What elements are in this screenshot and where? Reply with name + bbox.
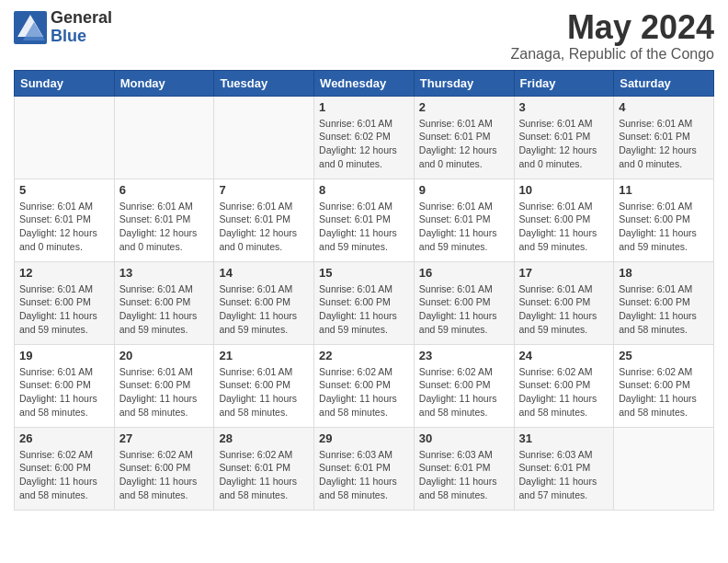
calendar-cell: 8Sunrise: 6:01 AM Sunset: 6:01 PM Daylig… [314,178,415,261]
calendar-cell: 29Sunrise: 6:03 AM Sunset: 6:01 PM Dayli… [314,427,415,510]
calendar-cell: 5Sunrise: 6:01 AM Sunset: 6:01 PM Daylig… [15,178,115,261]
day-info: Sunrise: 6:01 AM Sunset: 6:00 PM Dayligh… [219,365,309,419]
header-saturday: Saturday [614,70,714,96]
header-sunday: Sunday [15,70,115,96]
week-row-4: 19Sunrise: 6:01 AM Sunset: 6:00 PM Dayli… [15,344,714,427]
day-number: 1 [319,100,409,114]
day-number: 20 [119,349,210,362]
day-info: Sunrise: 6:02 AM Sunset: 6:00 PM Dayligh… [519,365,609,419]
day-number: 16 [419,266,509,280]
day-info: Sunrise: 6:01 AM Sunset: 6:01 PM Dayligh… [219,200,309,254]
day-info: Sunrise: 6:02 AM Sunset: 6:00 PM Dayligh… [119,448,210,502]
calendar-cell: 3Sunrise: 6:01 AM Sunset: 6:01 PM Daylig… [514,96,614,178]
logo: General Blue [14,9,112,46]
calendar-cell [15,96,115,178]
header-tuesday: Tuesday [214,70,314,96]
day-info: Sunrise: 6:03 AM Sunset: 6:01 PM Dayligh… [519,448,609,502]
week-row-5: 26Sunrise: 6:02 AM Sunset: 6:00 PM Dayli… [15,427,714,510]
day-number: 30 [419,431,509,445]
calendar-cell: 10Sunrise: 6:01 AM Sunset: 6:00 PM Dayli… [514,178,614,261]
logo-general: General [51,9,112,28]
day-info: Sunrise: 6:01 AM Sunset: 6:01 PM Dayligh… [319,200,409,254]
calendar-cell: 6Sunrise: 6:01 AM Sunset: 6:01 PM Daylig… [114,178,214,261]
day-number: 21 [219,349,309,362]
calendar-cell: 2Sunrise: 6:01 AM Sunset: 6:01 PM Daylig… [414,96,514,178]
days-header-row: SundayMondayTuesdayWednesdayThursdayFrid… [15,70,714,96]
day-info: Sunrise: 6:01 AM Sunset: 6:00 PM Dayligh… [119,365,210,419]
day-number: 25 [619,349,709,362]
day-number: 29 [319,431,409,445]
day-number: 10 [519,183,609,197]
day-number: 11 [619,183,709,197]
calendar-cell [614,427,714,510]
day-number: 4 [619,100,709,114]
day-info: Sunrise: 6:01 AM Sunset: 6:00 PM Dayligh… [119,282,210,337]
calendar-cell: 30Sunrise: 6:03 AM Sunset: 6:01 PM Dayli… [414,427,514,510]
calendar-cell [214,96,314,178]
day-number: 28 [219,431,309,445]
week-row-1: 1Sunrise: 6:01 AM Sunset: 6:02 PM Daylig… [15,96,714,178]
day-info: Sunrise: 6:01 AM Sunset: 6:00 PM Dayligh… [419,282,509,337]
day-number: 3 [519,100,609,114]
day-number: 27 [119,431,210,445]
calendar-cell: 15Sunrise: 6:01 AM Sunset: 6:00 PM Dayli… [314,261,415,344]
day-number: 7 [219,183,309,197]
calendar-cell: 4Sunrise: 6:01 AM Sunset: 6:01 PM Daylig… [614,96,714,178]
day-info: Sunrise: 6:01 AM Sunset: 6:01 PM Dayligh… [419,117,509,171]
calendar-cell: 25Sunrise: 6:02 AM Sunset: 6:00 PM Dayli… [614,344,714,427]
day-number: 18 [619,266,709,280]
day-number: 14 [219,266,309,280]
week-row-2: 5Sunrise: 6:01 AM Sunset: 6:01 PM Daylig… [15,178,714,261]
logo-blue: Blue [51,28,112,46]
header-friday: Friday [514,70,614,96]
calendar-cell: 9Sunrise: 6:01 AM Sunset: 6:01 PM Daylig… [414,178,514,261]
day-info: Sunrise: 6:01 AM Sunset: 6:02 PM Dayligh… [319,117,409,171]
logo-icon [14,11,47,44]
day-number: 12 [19,266,109,280]
day-info: Sunrise: 6:03 AM Sunset: 6:01 PM Dayligh… [419,448,509,502]
day-info: Sunrise: 6:02 AM Sunset: 6:01 PM Dayligh… [219,448,309,502]
calendar-cell: 18Sunrise: 6:01 AM Sunset: 6:00 PM Dayli… [614,261,714,344]
day-info: Sunrise: 6:01 AM Sunset: 6:01 PM Dayligh… [419,200,509,254]
day-info: Sunrise: 6:01 AM Sunset: 6:00 PM Dayligh… [319,282,409,337]
day-number: 23 [419,349,509,362]
calendar-cell: 28Sunrise: 6:02 AM Sunset: 6:01 PM Dayli… [214,427,314,510]
month-title: May 2024 [511,9,714,46]
day-number: 24 [519,349,609,362]
page-header: General Blue May 2024 Zanaga, Republic o… [14,9,714,63]
day-number: 15 [319,266,409,280]
day-number: 8 [319,183,409,197]
calendar-table: SundayMondayTuesdayWednesdayThursdayFrid… [14,70,714,511]
calendar-cell: 19Sunrise: 6:01 AM Sunset: 6:00 PM Dayli… [15,344,115,427]
day-info: Sunrise: 6:01 AM Sunset: 6:01 PM Dayligh… [619,117,709,171]
calendar-cell: 11Sunrise: 6:01 AM Sunset: 6:00 PM Dayli… [614,178,714,261]
calendar-cell: 20Sunrise: 6:01 AM Sunset: 6:00 PM Dayli… [114,344,214,427]
day-info: Sunrise: 6:03 AM Sunset: 6:01 PM Dayligh… [319,448,409,502]
day-info: Sunrise: 6:01 AM Sunset: 6:00 PM Dayligh… [19,282,109,337]
day-info: Sunrise: 6:01 AM Sunset: 6:00 PM Dayligh… [19,365,109,419]
calendar-cell: 1Sunrise: 6:01 AM Sunset: 6:02 PM Daylig… [314,96,415,178]
day-info: Sunrise: 6:02 AM Sunset: 6:00 PM Dayligh… [619,365,709,419]
week-row-3: 12Sunrise: 6:01 AM Sunset: 6:00 PM Dayli… [15,261,714,344]
day-info: Sunrise: 6:01 AM Sunset: 6:00 PM Dayligh… [219,282,309,337]
day-number: 5 [19,183,109,197]
header-wednesday: Wednesday [314,70,415,96]
calendar-cell: 16Sunrise: 6:01 AM Sunset: 6:00 PM Dayli… [414,261,514,344]
calendar-cell: 17Sunrise: 6:01 AM Sunset: 6:00 PM Dayli… [514,261,614,344]
calendar-cell: 26Sunrise: 6:02 AM Sunset: 6:00 PM Dayli… [15,427,115,510]
calendar-cell: 27Sunrise: 6:02 AM Sunset: 6:00 PM Dayli… [114,427,214,510]
calendar-cell: 14Sunrise: 6:01 AM Sunset: 6:00 PM Dayli… [214,261,314,344]
day-number: 31 [519,431,609,445]
calendar-cell: 22Sunrise: 6:02 AM Sunset: 6:00 PM Dayli… [314,344,415,427]
day-number: 22 [319,349,409,362]
calendar-cell [114,96,214,178]
calendar-cell: 21Sunrise: 6:01 AM Sunset: 6:00 PM Dayli… [214,344,314,427]
title-section: May 2024 Zanaga, Republic of the Congo [511,9,714,63]
logo-text: General Blue [51,9,112,46]
day-number: 6 [119,183,210,197]
day-info: Sunrise: 6:01 AM Sunset: 6:01 PM Dayligh… [19,200,109,254]
calendar-cell: 31Sunrise: 6:03 AM Sunset: 6:01 PM Dayli… [514,427,614,510]
day-info: Sunrise: 6:02 AM Sunset: 6:00 PM Dayligh… [19,448,109,502]
day-number: 17 [519,266,609,280]
header-monday: Monday [114,70,214,96]
